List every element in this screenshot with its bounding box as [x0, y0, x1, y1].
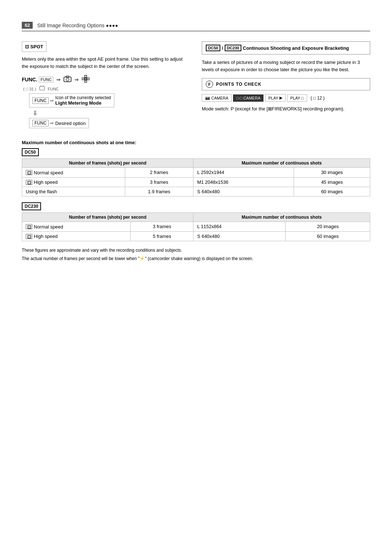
dc50-col2-header: Maximum number of continuous shots — [193, 159, 370, 168]
section-description: Take a series of pictures of a moving su… — [202, 59, 370, 73]
speed-icon-1: 🔲 — [26, 170, 32, 175]
dc230-row1-shots: 20 images — [286, 222, 370, 232]
svg-rect-7 — [85, 78, 87, 80]
step1-text: Icon of the currently selected Light Met… — [55, 95, 111, 106]
right-column: DC50/DC230 Continuous Shooting and Expos… — [202, 41, 370, 129]
step2-func-badge: FUNC — [32, 120, 49, 126]
dc50-row2-frames: 3 frames — [125, 177, 193, 187]
dc230-speed-icon-2: 🔲 — [26, 234, 32, 239]
dc50-col1-header: Number of frames (shots) per second — [22, 159, 193, 168]
func-label: FUNC. — [22, 77, 37, 82]
speed-label-1: 🔲 Normal speed — [26, 170, 63, 175]
mode-tabs-row: 📷 CAMERA □·□ CAMERA PLAY ▶ PLAY □ ( □ 12… — [202, 94, 370, 102]
speed-icon-2: 🔲 — [26, 180, 32, 185]
arrow-right-1: ⇒ — [56, 77, 61, 82]
svg-rect-5 — [82, 78, 84, 80]
dc230-row2-frames: 5 frames — [131, 231, 193, 241]
func-small-box: FUNC — [39, 77, 54, 82]
spot-description: Meters only the area within the spot AE … — [22, 56, 190, 70]
play-tab-1-label: PLAY — [268, 96, 278, 100]
mode-page-ref: ( □ 12 ) — [311, 96, 325, 101]
camera-tab-label: CAMERA — [211, 96, 228, 100]
func-small-icon — [39, 87, 46, 91]
dc230-col1-header: Number of frames (shots) per second — [22, 213, 193, 222]
camera-icon — [64, 76, 72, 83]
func-row-main: FUNC. FUNC ⇒ ⇒ — [22, 75, 190, 84]
step2-text: Desired option — [55, 121, 86, 126]
footnote2: The actual number of frames per second w… — [22, 255, 370, 262]
dc230-row2-shots: 60 images — [286, 231, 370, 241]
dc230-row1-frames: 3 frames — [131, 222, 193, 232]
left-column: ⊡ SPOT Meters only the area within the s… — [22, 41, 190, 129]
table-row: 🔲 Normal speed 2 frames L 2592x1944 30 i… — [22, 168, 370, 178]
tables-section: Maximum number of continuous shots at on… — [22, 140, 370, 262]
main-content: ⊡ SPOT Meters only the area within the s… — [22, 41, 370, 129]
play-icon-2: □ — [301, 96, 304, 100]
section-title-box: DC50/DC230 Continuous Shooting and Expos… — [202, 41, 370, 54]
dpad-icon — [82, 75, 90, 84]
dc230-speed-label-1: 🔲 Normal speed — [26, 224, 63, 230]
play-tab-2: PLAY □ — [287, 94, 307, 102]
speed-label-2: 🔲 High speed — [26, 179, 58, 185]
dc50-row3-frames: 1.9 frames — [125, 187, 193, 197]
camera-tab: 📷 CAMERA — [202, 94, 232, 102]
func-diagram: FUNC. FUNC ⇒ ⇒ — [22, 75, 190, 129]
dc230-row2-speed: 🔲 High speed — [22, 231, 131, 241]
down-arrow: ⇩ — [33, 110, 190, 117]
dc230-row1-speed: 🔲 Normal speed — [22, 222, 131, 232]
table-row: 🔲 Normal speed 3 frames L 1152x864 20 im… — [22, 222, 370, 232]
section-title: DC50/DC230 Continuous Shooting and Expos… — [206, 45, 349, 51]
dc230-col2-header: Maximum number of continuous shots — [193, 213, 370, 222]
page-header: 62 Still Image Recording Options ●●●● — [22, 22, 370, 31]
dc50-row2-res: M1 2048x1536 — [193, 177, 294, 187]
dc50-row3-shots: 60 images — [294, 187, 370, 197]
play-tab-1: PLAY ▶ — [265, 94, 285, 102]
step1-func-badge: FUNC — [32, 97, 49, 104]
dc50-row2-shots: 45 images — [294, 177, 370, 187]
step2-arrow: ⇨ — [50, 121, 54, 126]
step2-box: FUNC ⇨ Desired option — [29, 118, 89, 128]
dc50-badge-title: DC50 — [206, 45, 220, 51]
dc50-row2-speed: 🔲 High speed — [22, 177, 125, 187]
camera-tab-icon: 📷 — [205, 96, 210, 100]
dc50-row1-shots: 30 images — [294, 168, 370, 178]
step1-container: FUNC ⇨ Icon of the currently selected Li… — [29, 93, 190, 108]
step1-box: FUNC ⇨ Icon of the currently selected Li… — [29, 93, 114, 108]
svg-rect-8 — [40, 86, 45, 90]
camera-active-tab: □·□ CAMERA — [233, 94, 264, 102]
dc230-speed-label-2: 🔲 High speed — [26, 234, 58, 239]
dc230-row2-res: S 640x480 — [193, 231, 286, 241]
dc230-table: Number of frames (shots) per second Maxi… — [22, 212, 370, 241]
step2-container: FUNC ⇨ Desired option — [29, 118, 190, 129]
mode-switch-text: Mode switch: P (except for the [⊠FIREWOR… — [202, 105, 370, 113]
svg-rect-6 — [87, 78, 89, 80]
dc50-row1-speed: 🔲 Normal speed — [22, 168, 125, 178]
svg-rect-3 — [85, 75, 87, 77]
func-label-2: FUNC — [48, 87, 59, 91]
svg-rect-4 — [85, 80, 87, 82]
camera-active-icon: □·□ — [236, 96, 242, 100]
camera-active-label: CAMERA — [243, 96, 260, 100]
dc230-badge: DC230 — [22, 202, 41, 210]
arrow-right-2: ⇒ — [74, 77, 79, 82]
points-icon: F — [206, 81, 213, 88]
dc50-row1-res: L 2592x1944 — [193, 168, 294, 178]
dc230-badge-title: DC230 — [225, 45, 241, 51]
dc230-row1-res: L 1152x864 — [193, 222, 286, 232]
step1-bold: Light Metering Mode — [55, 100, 101, 106]
dc50-row3-speed: Using the flash — [22, 187, 125, 197]
play-tab-2-label: PLAY — [290, 96, 300, 100]
dc50-table: Number of frames (shots) per second Maxi… — [22, 158, 370, 197]
points-label: POINTS TO CHECK — [216, 82, 261, 87]
table-row: 🔲 High speed 5 frames S 640x480 60 image… — [22, 231, 370, 241]
dc50-row1-frames: 2 frames — [125, 168, 193, 178]
step1-arrow: ⇨ — [50, 98, 54, 103]
page-title: Still Image Recording Options ●●●● — [37, 23, 118, 28]
table-row: Using the flash 1.9 frames S 640x480 60 … — [22, 187, 370, 197]
table-row: 🔲 High speed 3 frames M1 2048x1536 45 im… — [22, 177, 370, 187]
play-icon-1: ▶ — [279, 96, 282, 100]
points-check-box: F POINTS TO CHECK — [202, 78, 370, 90]
footnote1: These figures are approximate and vary w… — [22, 247, 370, 254]
dc50-row3-res: S 640x480 — [193, 187, 294, 197]
func-page-ref: ( □ 31 ) FUNC — [23, 85, 190, 91]
